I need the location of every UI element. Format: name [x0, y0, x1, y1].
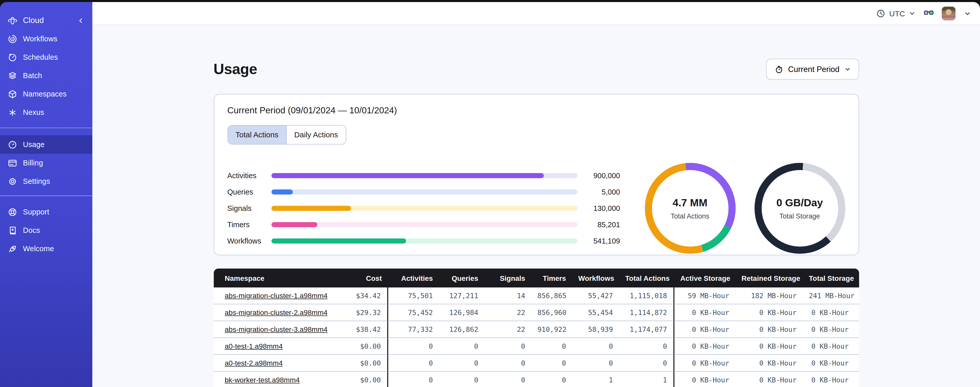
- cell-workflows: 0: [572, 338, 619, 355]
- usage-bar-row-queries: Queries5,000: [227, 184, 620, 200]
- table-row: a0-test-2.a98mm4$0.000000000 KB-Hour0 KB…: [213, 355, 859, 372]
- cell-activities: 75,501: [388, 288, 439, 304]
- sidebar-item-workflows[interactable]: Workflows: [0, 30, 92, 48]
- docs-icon: [8, 225, 18, 235]
- sidebar-item-label: Schedules: [23, 53, 58, 61]
- donut-center-label: Total Storage: [779, 213, 820, 220]
- content-area: Usage Current Period Current Period (09/…: [92, 25, 980, 387]
- cell-cost: $0.00: [342, 355, 388, 372]
- sidebar-item-settings[interactable]: Settings: [0, 172, 92, 190]
- schedules-icon: [8, 52, 18, 62]
- cell-total_storage: 0 KB-Hour: [803, 321, 859, 338]
- cell-workflows: 55,454: [572, 304, 619, 321]
- sidebar-item-cloud[interactable]: Cloud: [0, 11, 92, 30]
- cell-signals: 0: [484, 338, 531, 355]
- tab-daily-actions[interactable]: Daily Actions: [286, 126, 346, 144]
- column-header-active_storage: Active Storage: [674, 269, 735, 288]
- bar-fill: [271, 222, 317, 227]
- cell-retained_storage: 0 KB-Hour: [735, 338, 803, 355]
- namespaces-icon: [8, 89, 18, 99]
- cell-retained_storage: 0 KB-Hour: [735, 304, 803, 321]
- sidebar-item-label: Cloud: [23, 16, 44, 25]
- bar-value: 130,000: [577, 204, 620, 213]
- namespace-link[interactable]: abs-migration-cluster-3.a98mm4: [225, 325, 328, 333]
- bar-value: 85,201: [577, 221, 620, 229]
- cell-signals: 22: [484, 321, 531, 338]
- table-row: abs-migration-cluster-1.a98mm4$34.4275,5…: [213, 288, 859, 304]
- period-button-label: Current Period: [788, 65, 840, 74]
- nexus-icon: [8, 107, 18, 117]
- bar-label: Queries: [227, 188, 271, 196]
- sidebar-item-label: Namespaces: [23, 90, 67, 98]
- column-header-retained_storage: Retained Storage: [735, 269, 803, 288]
- sidebar-item-label: Nexus: [23, 108, 44, 117]
- sidebar-item-batch[interactable]: Batch: [0, 66, 92, 85]
- welcome-icon: [8, 244, 18, 253]
- cell-cost: $34.42: [342, 288, 388, 304]
- column-header-activities: Activities: [388, 269, 439, 288]
- cell-total_storage: 0 KB-Hour: [803, 372, 859, 387]
- workflows-icon: [8, 34, 18, 44]
- cell-namespace: a0-test-1.a98mm4: [213, 338, 342, 355]
- cell-workflows: 0: [572, 355, 619, 372]
- namespace-link[interactable]: abs-migration-cluster-2.a98mm4: [225, 309, 328, 317]
- donut-total-storage: 0 GB/DayTotal Storage: [754, 163, 845, 254]
- cell-total_actions: 1,114,872: [619, 304, 674, 321]
- sidebar-item-usage[interactable]: Usage: [0, 135, 92, 154]
- sidebar-group: UsageBillingSettings: [0, 128, 92, 190]
- app-window: CloudWorkflowsSchedulesBatchNamespacesNe…: [0, 0, 980, 387]
- card-title: Current Period (09/01/2024 — 10/01/2024): [227, 105, 845, 116]
- namespace-usage-table: NamespaceCostActivitiesQueriesSignalsTim…: [213, 269, 859, 387]
- cell-activities: 0: [388, 355, 439, 372]
- bar-fill: [271, 206, 351, 211]
- cell-queries: 126,862: [439, 321, 484, 338]
- timezone-selector[interactable]: UTC: [876, 8, 916, 18]
- chevron-down-icon: [908, 10, 916, 17]
- table-row: abs-migration-cluster-3.a98mm4$38.4277,3…: [213, 321, 859, 338]
- cell-total_storage: 0 KB-Hour: [803, 355, 859, 372]
- cell-workflows: 1: [572, 372, 619, 387]
- namespace-link[interactable]: bk-worker-test.a98mm4: [225, 376, 300, 384]
- sidebar-item-namespaces[interactable]: Namespaces: [0, 85, 92, 103]
- cell-namespace: abs-migration-cluster-2.a98mm4: [213, 304, 342, 321]
- column-header-total_storage: Total Storage: [803, 269, 859, 288]
- namespace-link[interactable]: a0-test-2.a98mm4: [225, 359, 283, 367]
- chevron-down-icon: [844, 66, 851, 72]
- tab-total-actions[interactable]: Total Actions: [228, 126, 286, 144]
- sidebar-item-docs[interactable]: Docs: [0, 221, 92, 240]
- period-dropdown-button[interactable]: Current Period: [766, 59, 859, 80]
- sidebar-item-billing[interactable]: Billing: [0, 154, 92, 172]
- cell-namespace: bk-worker-test.a98mm4: [213, 372, 342, 387]
- summary-donuts: 4.7 MMTotal Actions0 GB/DayTotal Storage: [644, 163, 845, 254]
- usage-charts: Activities900,000Queries5,000Signals130,…: [227, 163, 845, 254]
- cell-timers: 0: [531, 372, 572, 387]
- sidebar-item-welcome[interactable]: Welcome: [0, 240, 92, 258]
- donut-center-label: Total Actions: [671, 213, 710, 220]
- column-header-workflows: Workflows: [572, 269, 619, 288]
- usage-bar-row-workflows: Workflows541,109: [227, 233, 620, 249]
- sidebar-group: SupportDocsWelcome: [0, 195, 92, 258]
- cell-total_actions: 1: [619, 372, 674, 387]
- user-menu-chevron-down-icon[interactable]: [964, 10, 971, 17]
- feedback-glasses-button[interactable]: [924, 8, 934, 18]
- chevron-left-icon: [77, 17, 85, 24]
- cell-activities: 75,452: [388, 304, 439, 321]
- sidebar-item-schedules[interactable]: Schedules: [0, 48, 92, 66]
- sidebar-item-label: Support: [23, 208, 49, 216]
- namespace-link[interactable]: a0-test-1.a98mm4: [225, 342, 283, 350]
- cell-timers: 0: [531, 338, 572, 355]
- table-row: abs-migration-cluster-2.a98mm4$29.3275,4…: [213, 304, 859, 321]
- app-frame: CloudWorkflowsSchedulesBatchNamespacesNe…: [0, 2, 980, 387]
- avatar[interactable]: [942, 6, 956, 20]
- sidebar-item-label: Usage: [23, 141, 45, 149]
- usage-bar-row-activities: Activities900,000: [227, 168, 620, 184]
- column-header-namespace: Namespace: [213, 269, 342, 288]
- sidebar-item-support[interactable]: Support: [0, 203, 92, 221]
- cell-signals: 22: [484, 304, 531, 321]
- sidebar-item-nexus[interactable]: Nexus: [0, 103, 92, 122]
- cell-timers: 910,922: [531, 321, 572, 338]
- table-row: a0-test-1.a98mm4$0.000000000 KB-Hour0 KB…: [213, 338, 859, 355]
- namespace-link[interactable]: abs-migration-cluster-1.a98mm4: [225, 291, 328, 300]
- cell-active_storage: 59 MB-Hour: [674, 288, 735, 304]
- sidebar: CloudWorkflowsSchedulesBatchNamespacesNe…: [0, 2, 92, 387]
